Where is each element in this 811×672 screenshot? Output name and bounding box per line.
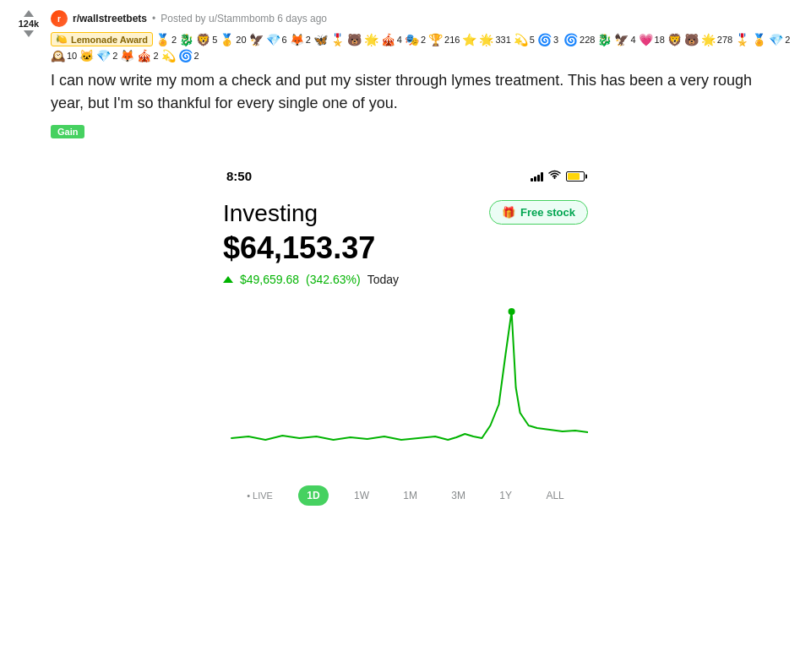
award-item: 🎪2 [137, 49, 158, 62]
status-icons [531, 170, 585, 182]
post-meta-text: Posted by u/Stammbomb 6 days ago [161, 13, 327, 24]
time-btn-3m[interactable]: 3M [443, 485, 474, 506]
vote-count: 124k [19, 19, 39, 29]
award-item: 🦊2 [290, 33, 311, 46]
post-meta: r r/wallstreetbets • Posted by u/Stammbo… [51, 10, 797, 27]
award-item: 🏅2 [155, 33, 177, 46]
page-container: 124k r r/wallstreetbets • Posted by u/St… [0, 0, 811, 526]
award-item: 🌟278 [701, 33, 732, 46]
award-item: 🎪4 [381, 33, 402, 46]
award-item: 🌀228 [563, 33, 595, 46]
award-item: 💫 [161, 49, 176, 62]
post-content: r r/wallstreetbets • Posted by u/Stammbo… [51, 10, 797, 149]
award-item: 🐉 [179, 33, 193, 46]
award-item: 🌟 [364, 33, 378, 46]
post-flair: Gain [51, 125, 84, 138]
award-item: 🦁 [667, 33, 682, 46]
award-item: 🦋 [313, 33, 328, 46]
award-item: 🐻 [347, 33, 362, 46]
time-btn-1y[interactable]: 1Y [491, 485, 520, 506]
award-item: 🌀3 [537, 33, 558, 46]
time-buttons-row: LIVE 1D 1W 1M 3M 1Y ALL [223, 485, 588, 506]
signal-bar-3 [537, 175, 540, 182]
gain-percent: (342.63%) [306, 273, 361, 286]
battery-icon [566, 171, 585, 182]
award-item: 💫5 [514, 33, 535, 46]
award-item: 🦅4 [614, 33, 635, 46]
post-body: I can now write my mom a check and put m… [51, 69, 797, 115]
separator-dot: • [152, 13, 155, 24]
investing-title: Investing [223, 200, 318, 227]
status-time: 8:50 [226, 169, 252, 183]
downvote-button[interactable] [24, 30, 34, 37]
investing-header: Investing 🎁 Free stock [223, 200, 588, 227]
time-btn-1d[interactable]: 1D [298, 485, 328, 506]
chart-area [223, 303, 588, 472]
award-item: 🕰️10 [51, 49, 77, 62]
gain-row: $49,659.68 (342.63%) Today [223, 273, 588, 286]
gain-amount: $49,659.68 [240, 273, 299, 286]
award-item: 🐱 [79, 49, 94, 62]
wifi-icon [548, 170, 561, 182]
status-bar: 8:50 [223, 169, 588, 183]
award-item: 🌀2 [178, 49, 199, 62]
post-header: 124k r r/wallstreetbets • Posted by u/St… [0, 0, 811, 155]
time-btn-live[interactable]: LIVE [238, 486, 281, 505]
time-btn-1m[interactable]: 1M [395, 485, 426, 506]
award-item: ⭐ [462, 33, 476, 46]
free-stock-label: Free stock [520, 206, 575, 219]
award-item: 💗18 [639, 33, 665, 46]
award-item: 🐻 [684, 33, 699, 46]
upvote-button[interactable] [24, 10, 34, 17]
award-item: 🐉 [597, 33, 612, 46]
signal-bar-1 [531, 178, 533, 182]
gain-up-arrow [223, 276, 233, 283]
chart-peak-dot [509, 308, 515, 315]
vote-section: 124k [14, 10, 44, 37]
time-btn-all[interactable]: ALL [537, 485, 572, 506]
phone-screenshot: 8:50 [203, 155, 608, 526]
subreddit-name[interactable]: r/wallstreetbets [73, 13, 147, 24]
award-item: 🎭2 [405, 33, 426, 46]
subreddit-icon: r [51, 10, 68, 27]
award-item: 🦁5 [196, 33, 217, 46]
award-item: 💎2 [769, 33, 790, 46]
portfolio-value: $64,153.37 [223, 230, 588, 266]
gain-today-label: Today [367, 273, 399, 286]
award-item: 🦊 [120, 49, 134, 62]
award-item: 🏆216 [428, 33, 460, 46]
gift-icon: 🎁 [502, 206, 515, 219]
award-item: 💎2 [96, 49, 117, 62]
signal-bar-2 [534, 176, 536, 182]
portfolio-chart [223, 303, 588, 472]
free-stock-button[interactable]: 🎁 Free stock [489, 200, 588, 225]
award-item: 🏅 [752, 33, 766, 46]
awards-row: 🍋 Lemonade Award 🏅2 🐉 🦁5 🥇20 🦅 💎6 🦊2 🦋 🎖… [51, 32, 797, 62]
signal-bar-4 [541, 172, 543, 182]
award-item: 🌟331 [479, 33, 510, 46]
award-item: 🥇20 [220, 33, 246, 46]
award-item: 🦅 [249, 33, 264, 46]
award-item: 💎6 [266, 33, 287, 46]
lemonade-award: 🍋 Lemonade Award [51, 32, 153, 46]
award-item: 🎖️ [735, 33, 749, 46]
signal-icon [531, 171, 543, 182]
time-btn-1w[interactable]: 1W [346, 485, 378, 506]
award-item: 🎖️ [330, 33, 345, 46]
